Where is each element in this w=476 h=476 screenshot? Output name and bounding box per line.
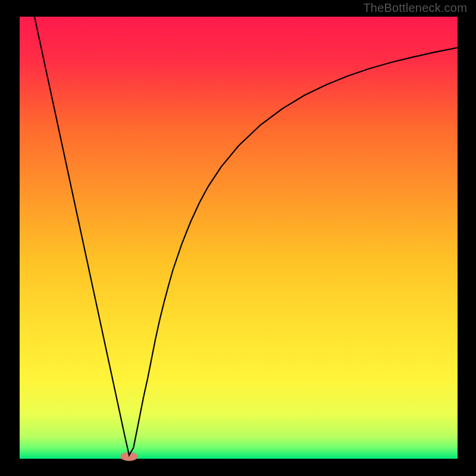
chart-svg [0,0,476,476]
plot-background [20,17,458,459]
chart-container: TheBottleneck.com [0,0,476,476]
